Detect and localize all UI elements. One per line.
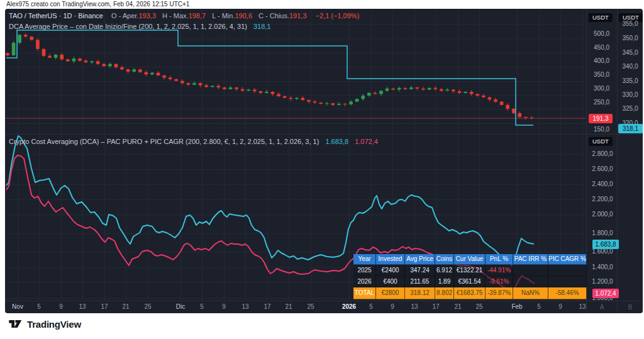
price-tick-bottom: 2.600,0 [586, 165, 619, 174]
indicator-avg-value: 318,1 [253, 23, 271, 30]
attribution-text: Alex975 creato con TradingView.com, Feb … [6, 1, 189, 8]
currency-button-scale-bottom[interactable]: USDT [589, 137, 613, 146]
last-price-label: 191,3 [589, 114, 613, 123]
time-tick: 2026 [342, 303, 356, 310]
time-tick: Feb [511, 303, 522, 310]
currency-button-scale-a[interactable]: USDT [589, 13, 613, 22]
table-cell: 1.89 [435, 276, 454, 287]
time-tick: 13 [411, 303, 418, 310]
table-header-cell: Year [353, 254, 376, 265]
tradingview-logo-icon [8, 318, 23, 330]
table-cell: €361.54 [454, 276, 486, 287]
time-tick: 5 [537, 303, 541, 310]
table-total-cell: €2800 [376, 287, 405, 299]
indicator-legend-row-avg[interactable]: DCA Average Price – con Date Inizio/Fine… [9, 23, 271, 30]
table-cell: 2026 [353, 276, 376, 287]
table-header-cell: Avg Price [405, 254, 435, 265]
price-tick-b: 330,0 [618, 91, 643, 99]
table-total-cell: 318.12 [405, 287, 435, 299]
time-tick: 17 [101, 303, 108, 310]
time-tick: 21 [285, 303, 292, 310]
table-cell: €2400 [376, 265, 405, 276]
symbol-legend-row[interactable]: TAO / TetherUS · 1D · Binance O - Aper.1… [9, 12, 359, 19]
time-tick: 9 [391, 303, 394, 310]
tradingview-snapshot: Alex975 creato con TradingView.com, Feb … [0, 0, 644, 339]
table-total-cell: -58.46% [548, 287, 587, 299]
close-label: C - Chius. [258, 12, 289, 19]
open-label: O - Aper. [111, 12, 138, 19]
time-tick: 13 [579, 303, 586, 310]
dca-pac-value: 1.683,8 [325, 138, 348, 145]
table-cell: 211.65 [405, 276, 435, 287]
price-tick-a: 250,0 [586, 98, 617, 107]
price-tick-bottom: 2.400,0 [586, 180, 619, 189]
price-tick-bottom: 2.200,0 [586, 195, 619, 204]
time-tick: 13 [79, 303, 86, 310]
time-tick: Dic [176, 303, 185, 310]
indicator-avg-title: DCA Average Price – con Date Inizio/Fine… [9, 23, 247, 30]
time-tick: 9 [59, 303, 63, 310]
close-value: 191,3 [289, 12, 307, 19]
scale-b-button[interactable]: B [618, 302, 643, 313]
high-label: H - Max. [162, 12, 189, 19]
pac-value-label: 1.683,8 [592, 240, 619, 249]
indicator-dca-title: Crypto Cost Averaging (DCA) – PAC PURO +… [9, 138, 319, 145]
price-tick-bottom: 2.800,0 [586, 150, 619, 158]
time-tick: 21 [454, 303, 461, 310]
indicator-legend-row-dca[interactable]: Crypto Cost Averaging (DCA) – PAC PURO +… [9, 138, 378, 145]
time-tick: 5 [37, 303, 41, 310]
price-tick-b: 355,0 [618, 19, 643, 28]
table-total-cell: €1683.75 [454, 287, 486, 299]
low-value: 190,6 [235, 12, 252, 19]
table-cell: 347.24 [405, 265, 435, 276]
table-cell: -44.91% [486, 265, 513, 276]
time-tick: 5 [200, 303, 204, 310]
table-total-cell: NaN% [513, 287, 548, 299]
price-tick-a: 150,0 [586, 125, 617, 134]
table-header-cell: Invested [376, 254, 405, 265]
price-tick-a: 350,0 [586, 70, 617, 79]
time-tick: 5 [369, 303, 373, 310]
price-tick-a: 400,0 [586, 57, 617, 65]
table-cell [548, 265, 587, 276]
time-tick: 21 [122, 303, 129, 310]
time-axis-border [5, 301, 643, 301]
price-tick-b: 345,0 [618, 48, 643, 57]
dca-pic-value: 1.072,4 [355, 138, 378, 145]
time-tick: 25 [475, 303, 482, 310]
tradingview-logo-text: TradingView [27, 319, 81, 330]
table-cell [548, 276, 587, 287]
time-tick: 13 [242, 303, 248, 310]
tradingview-logo[interactable]: TradingView [8, 318, 81, 330]
table-header-cell: PAC IRR % [513, 254, 548, 265]
pane-separator[interactable] [5, 134, 643, 135]
price-tick-bottom: 1.400,0 [586, 263, 619, 272]
price-tick-a: 450,0 [586, 43, 617, 52]
price-tick-b: 350,0 [618, 34, 643, 43]
pic-value-label: 1.072,4 [592, 289, 619, 298]
table-header-cell: PIC CAGR % [548, 254, 587, 265]
table-total-cell: 8.802 [435, 287, 454, 299]
time-tick: 9 [222, 303, 226, 310]
low-label: L - Min. [212, 12, 235, 19]
time-tick: 9 [558, 303, 562, 310]
price-tick-b: 325,0 [618, 104, 643, 113]
scale-a-button[interactable]: A [587, 302, 617, 313]
table-cell: 6.912 [435, 265, 454, 276]
dca-summary-table: YearInvestedAvg PriceCoinsCur ValuePnL %… [353, 254, 587, 299]
table-cell [513, 265, 548, 276]
table-total-cell: TOTAL [353, 287, 376, 299]
time-tick: 25 [307, 303, 314, 310]
change-value: −2,1 (−1,09%) [316, 12, 360, 19]
time-tick: 17 [264, 303, 270, 310]
table-header-cell: Cur Value [454, 254, 486, 265]
time-tick: 17 [432, 303, 439, 310]
time-tick: 25 [144, 303, 151, 310]
table-header-cell: PnL % [486, 254, 513, 265]
open-value: 193,3 [138, 12, 156, 19]
time-tick: Nov [12, 303, 23, 310]
table-cell: 2025 [353, 265, 376, 276]
table-total-cell: -39.87% [486, 287, 513, 299]
table-cell: -9.61% [486, 276, 513, 287]
symbol-title: TAO / TetherUS · 1D · Binance [9, 12, 103, 19]
